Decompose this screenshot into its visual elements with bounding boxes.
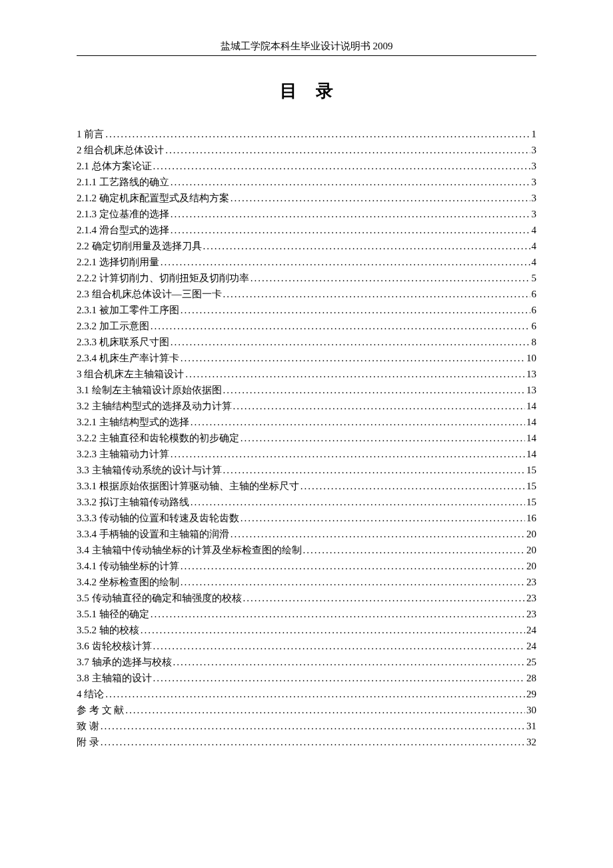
toc-entry-label: 3.2.2 主轴直径和齿轮模数的初步确定 bbox=[77, 430, 239, 446]
toc-entry-label: 致 谢 bbox=[77, 718, 99, 734]
toc-entry-page: 3 bbox=[532, 206, 537, 222]
toc-entry: 3.3.3 传动轴的位置和转速及齿轮齿数16 bbox=[77, 510, 536, 526]
toc-entry-page: 31 bbox=[526, 718, 536, 734]
toc-leader-dots bbox=[251, 270, 530, 286]
toc-leader-dots bbox=[153, 638, 526, 654]
toc-entry: 3.1 绘制左主轴箱设计原始依据图13 bbox=[77, 382, 536, 398]
toc-leader-dots bbox=[153, 670, 526, 686]
toc-entry-label: 3.2 主轴结构型式的选择及动力计算 bbox=[77, 398, 232, 414]
toc-entry-page: 28 bbox=[526, 670, 536, 686]
toc-entry: 3.4.2 坐标检查图的绘制23 bbox=[77, 574, 536, 590]
toc-entry-label: 参 考 文 献 bbox=[77, 702, 124, 718]
toc-entry-label: 2.1.4 滑台型式的选择 bbox=[77, 222, 169, 238]
toc-entry: 2.1 总体方案论证3 bbox=[77, 158, 536, 174]
toc-entry: 2.2.1 选择切削用量4 bbox=[77, 254, 536, 270]
toc-leader-dots bbox=[101, 718, 525, 734]
toc-leader-dots bbox=[185, 366, 525, 382]
toc-entry-page: 32 bbox=[526, 734, 536, 750]
toc-entry-page: 3 bbox=[532, 174, 537, 190]
toc-entry: 2.2 确定切削用量及选择刀具4 bbox=[77, 238, 536, 254]
toc-entry: 2.3.2 加工示意图6 bbox=[77, 318, 536, 334]
toc-leader-dots bbox=[233, 398, 526, 414]
toc-entry: 3.3.1 根据原始依据图计算驱动轴、主轴的坐标尺寸15 bbox=[77, 478, 536, 494]
toc-entry: 3.5.1 轴径的确定23 bbox=[77, 606, 536, 622]
toc-leader-dots bbox=[125, 702, 525, 718]
header-divider bbox=[77, 55, 536, 56]
toc-leader-dots bbox=[223, 382, 526, 398]
toc-leader-dots bbox=[301, 478, 525, 494]
toc-entry-page: 3 bbox=[532, 142, 537, 158]
toc-entry-page: 20 bbox=[526, 558, 536, 574]
toc-entry-page: 5 bbox=[532, 270, 537, 286]
toc-entry-page: 6 bbox=[532, 302, 537, 318]
toc-entry-page: 10 bbox=[526, 350, 536, 366]
toc-entry-label: 2.1 总体方案论证 bbox=[77, 158, 152, 174]
toc-entry-page: 24 bbox=[526, 622, 536, 638]
toc-entry-page: 14 bbox=[526, 446, 536, 462]
toc-entry-page: 6 bbox=[532, 318, 537, 334]
toc-entry-label: 3.3 主轴箱传动系统的设计与计算 bbox=[77, 462, 222, 478]
toc-leader-dots bbox=[181, 558, 525, 574]
toc-entry-page: 15 bbox=[526, 478, 536, 494]
toc-entry-page: 14 bbox=[526, 430, 536, 446]
toc-entry: 3.5 传动轴直径的确定和轴强度的校核23 bbox=[77, 590, 536, 606]
toc-entry: 3.4 主轴箱中传动轴坐标的计算及坐标检查图的绘制20 bbox=[77, 542, 536, 558]
toc-entry-label: 3.5.1 轴径的确定 bbox=[77, 606, 149, 622]
toc-leader-dots bbox=[105, 686, 525, 702]
toc-leader-dots bbox=[101, 734, 525, 750]
toc-leader-dots bbox=[171, 446, 525, 462]
toc-entry-page: 30 bbox=[526, 702, 536, 718]
toc-leader-dots bbox=[161, 254, 530, 270]
toc-entry: 2.1.3 定位基准的选择3 bbox=[77, 206, 536, 222]
toc-entry-label: 3.4.1 传动轴坐标的计算 bbox=[77, 558, 179, 574]
toc-entry-label: 3.2.3 主轴箱动力计算 bbox=[77, 446, 169, 462]
toc-entry-page: 15 bbox=[526, 494, 536, 510]
toc-leader-dots bbox=[171, 174, 530, 190]
toc-leader-dots bbox=[181, 302, 530, 318]
toc-entry-label: 3.5.2 轴的校核 bbox=[77, 622, 139, 638]
toc-entry: 3.2 主轴结构型式的选择及动力计算14 bbox=[77, 398, 536, 414]
toc-entry: 2.3.1 被加工零件工序图6 bbox=[77, 302, 536, 318]
toc-entry: 3.3 主轴箱传动系统的设计与计算15 bbox=[77, 462, 536, 478]
toc-entry-page: 1 bbox=[532, 126, 537, 142]
toc-leader-dots bbox=[151, 606, 525, 622]
toc-entry-label: 3.2.1 主轴结构型式的选择 bbox=[77, 414, 189, 430]
toc-entry-label: 2.2 确定切削用量及选择刀具 bbox=[77, 238, 202, 254]
toc-entry: 2.1.4 滑台型式的选择4 bbox=[77, 222, 536, 238]
toc-leader-dots bbox=[191, 494, 525, 510]
toc-leader-dots bbox=[241, 430, 525, 446]
toc-entry: 附 录32 bbox=[77, 734, 536, 750]
toc-entry-label: 1 前言 bbox=[77, 126, 104, 142]
toc-leader-dots bbox=[231, 190, 530, 206]
toc-leader-dots bbox=[223, 462, 526, 478]
toc-leader-dots bbox=[173, 654, 526, 670]
toc-entry: 3.3.2 拟订主轴箱传动路线15 bbox=[77, 494, 536, 510]
toc-leader-dots bbox=[181, 350, 525, 366]
toc-entry-page: 3 bbox=[532, 158, 537, 174]
toc-leader-dots bbox=[241, 510, 525, 526]
toc-entry-page: 6 bbox=[532, 286, 537, 302]
toc-entry-label: 2.1.1 工艺路线的确立 bbox=[77, 174, 169, 190]
toc-leader-dots bbox=[231, 526, 525, 542]
toc-entry: 3 组合机床左主轴箱设计13 bbox=[77, 366, 536, 382]
toc-leader-dots bbox=[105, 126, 530, 142]
toc-entry-page: 13 bbox=[526, 382, 536, 398]
toc-entry: 致 谢31 bbox=[77, 718, 536, 734]
toc-entry-label: 3.3.3 传动轴的位置和转速及齿轮齿数 bbox=[77, 510, 239, 526]
toc-entry: 4 结论29 bbox=[77, 686, 536, 702]
toc-entry-page: 23 bbox=[526, 606, 536, 622]
toc-entry: 2 组合机床总体设计3 bbox=[77, 142, 536, 158]
document-page: 盐城工学院本科生毕业设计说明书 2009 目录 1 前言12 组合机床总体设计3… bbox=[0, 0, 613, 790]
toc-leader-dots bbox=[171, 206, 530, 222]
toc-entry-label: 4 结论 bbox=[77, 686, 104, 702]
toc-leader-dots bbox=[151, 318, 530, 334]
toc-entry: 3.3.4 手柄轴的设置和主轴箱的润滑20 bbox=[77, 526, 536, 542]
toc-entry: 2.3.4 机床生产率计算卡10 bbox=[77, 350, 536, 366]
toc-entry-page: 8 bbox=[532, 334, 537, 350]
toc-entry-page: 23 bbox=[526, 574, 536, 590]
toc-entry-label: 3.4.2 坐标检查图的绘制 bbox=[77, 574, 179, 590]
toc-entry-page: 14 bbox=[526, 398, 536, 414]
toc-entry-label: 3 组合机床左主轴箱设计 bbox=[77, 366, 184, 382]
toc-entry-label: 附 录 bbox=[77, 734, 99, 750]
toc-leader-dots bbox=[153, 158, 530, 174]
